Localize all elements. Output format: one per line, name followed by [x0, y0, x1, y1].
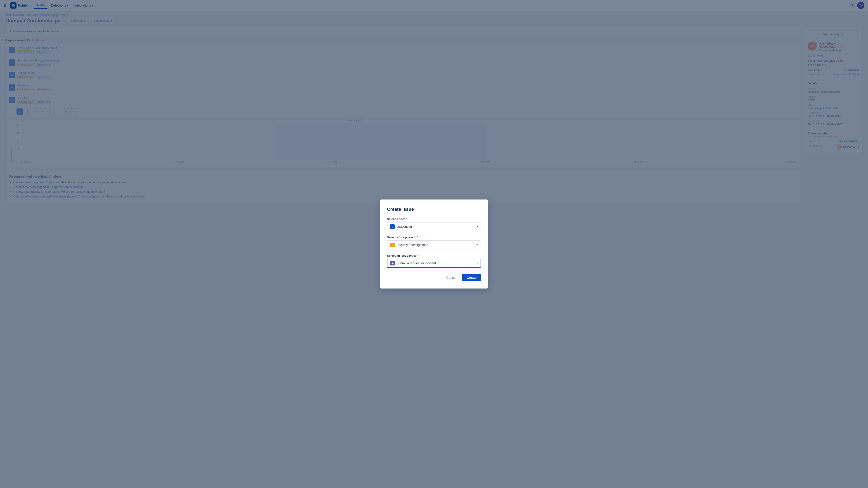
- modal-actions: Cancel Create: [387, 274, 481, 281]
- project-icon: ⚡: [390, 242, 395, 247]
- site-select-content: ◇ beaconseq: [390, 224, 412, 229]
- issue-type-select-wrapper: ◈ Submit a request or incident ▾: [387, 259, 481, 268]
- site-value-display: beaconseq: [397, 225, 412, 228]
- site-chevron-icon: ▾: [476, 225, 478, 228]
- project-chevron-icon: ▾: [476, 243, 478, 247]
- issue-type-label: Select an issue type: *: [387, 254, 481, 257]
- issue-type-select[interactable]: ◈ Submit a request or incident ▾: [387, 259, 481, 268]
- issue-type-select-content: ◈ Submit a request or incident: [390, 261, 436, 265]
- issue-type-value-display: Submit a request or incident: [397, 261, 436, 265]
- site-select-wrapper: ◇ beaconseq ▾: [387, 222, 481, 231]
- project-select-content: ⚡ Security Investigations: [390, 242, 428, 247]
- project-value-display: Security Investigations: [397, 243, 428, 247]
- site-form-group: Select a site: * ◇ beaconseq ▾: [387, 217, 481, 231]
- create-issue-modal: Create issue Select a site: * ◇ beaconse…: [380, 199, 488, 289]
- project-select-wrapper: ⚡ Security Investigations ▾: [387, 240, 481, 250]
- project-select[interactable]: ⚡ Security Investigations ▾: [387, 240, 481, 250]
- issue-type-form-group: Select an issue type: * ◈ Submit a reque…: [387, 254, 481, 268]
- issue-type-icon: ◈: [390, 261, 395, 265]
- create-button[interactable]: Create: [462, 274, 481, 281]
- cancel-button[interactable]: Cancel: [443, 274, 460, 281]
- issue-type-required-marker: *: [417, 254, 418, 257]
- site-select[interactable]: ◇ beaconseq ▾: [387, 222, 481, 231]
- site-required-marker: *: [406, 217, 407, 221]
- modal-title: Create issue: [387, 207, 481, 212]
- project-label: Select a Jira project: *: [387, 236, 481, 239]
- issue-type-chevron-icon: ▾: [476, 262, 478, 265]
- site-icon: ◇: [390, 224, 395, 229]
- project-required-marker: *: [417, 236, 418, 239]
- modal-overlay[interactable]: Create issue Select a site: * ◇ beaconse…: [0, 0, 868, 488]
- project-form-group: Select a Jira project: * ⚡ Security Inve…: [387, 236, 481, 250]
- site-label: Select a site: *: [387, 217, 481, 221]
